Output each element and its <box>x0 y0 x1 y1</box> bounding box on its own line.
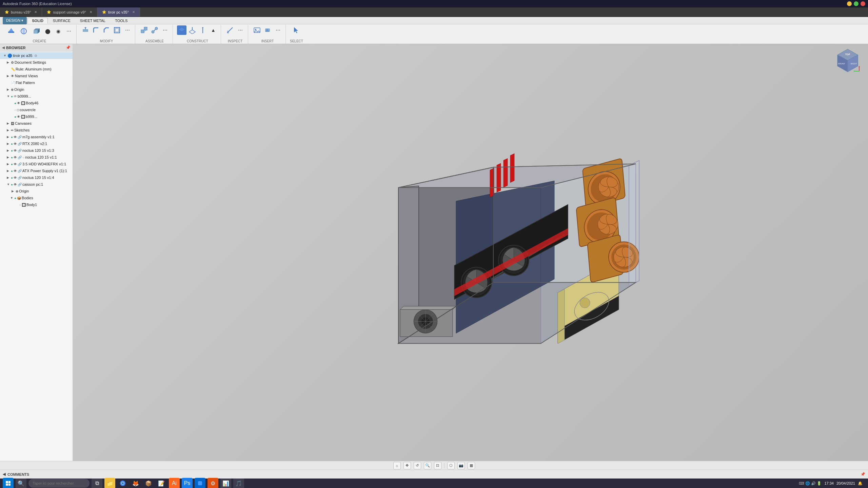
tree-item-rtx2080[interactable]: ▶ ● 👁 🔗 RTX 2080 v2:1 <box>0 140 73 147</box>
browser-panel: ◀ BROWSER 📌 ▼ 🔵 tiroir pc a35 ⚙ ▶ ⚙ Docu… <box>0 44 73 461</box>
taskbar-firefox-icon[interactable]: 🦊 <box>130 478 141 488</box>
nav-zoom-in-icon[interactable]: 🔍 <box>424 462 431 469</box>
search-input[interactable] <box>28 479 90 488</box>
modify-press-pull-icon[interactable] <box>81 25 90 35</box>
tab-bureau[interactable]: ⭐ bureau v28° ✕ <box>0 7 42 17</box>
toolbar-tab-solid[interactable]: SOLID <box>27 18 48 24</box>
nav-rotate-icon[interactable]: ↺ <box>414 462 421 469</box>
taskbar-fusion-icon[interactable]: ⚙ <box>208 478 218 488</box>
status-bar: 🔍 ⧉ 📁 🦊 📦 📝 Ai Ps ⚙ 📊 🎵 ⌨ 🌐 🔊 🔋 17:34 20… <box>0 479 868 488</box>
modify-fillet-icon[interactable] <box>91 25 101 35</box>
viewport[interactable]: TOP FRONT RIGHT <box>73 44 868 461</box>
maximize-button[interactable] <box>854 1 859 6</box>
tree-item-noctua1[interactable]: ▶ ● 👁 🔗 noctua 120 15 v1:3 <box>0 147 73 154</box>
nav-view-cube-icon[interactable]: ⬡ <box>447 462 455 469</box>
browser-pin-icon[interactable]: 📌 <box>66 45 71 50</box>
tree-item-couvercle[interactable]: ○ □ couvercle <box>0 106 73 113</box>
construct-axis-icon[interactable] <box>198 25 208 35</box>
app-title: Autodesk Fusion 360 (Education License) <box>3 2 72 6</box>
svg-text:TOP: TOP <box>845 53 850 56</box>
taskbar-notepad-icon[interactable]: 📝 <box>156 478 167 488</box>
construct-point-icon[interactable]: ▲ <box>209 25 218 35</box>
minimize-button[interactable] <box>847 1 852 6</box>
tree-item-bodies[interactable]: ▼ ● 📦 Bodies <box>0 195 73 201</box>
taskbar-ai-icon[interactable]: Ai <box>169 478 180 488</box>
svg-rect-12 <box>141 30 144 33</box>
taskbar-chrome-icon[interactable] <box>117 478 128 488</box>
create-extrude-icon[interactable] <box>5 25 17 37</box>
tree-item-b999[interactable]: ● 👁 🔲 b999... <box>0 113 73 120</box>
taskbar-search-icon[interactable]: 🔍 <box>16 478 26 488</box>
create-revolve-icon[interactable] <box>18 25 29 37</box>
svg-rect-11 <box>115 28 119 32</box>
tree-item-caisson-origin[interactable]: ▶ ⊕ Origin <box>0 188 73 195</box>
tab-support[interactable]: ⭐ support usinage v9° ✕ <box>42 7 97 17</box>
create-box-icon[interactable] <box>31 25 42 37</box>
insert-label: INSERT <box>261 39 274 43</box>
tree-item-root[interactable]: ▼ 🔵 tiroir pc a35 ⚙ <box>0 52 73 59</box>
taskbar-ps-icon[interactable]: Ps <box>182 478 193 488</box>
nav-home-icon[interactable]: ⌂ <box>393 462 401 469</box>
taskbar-file-explorer-icon[interactable]: 📁 <box>104 478 115 488</box>
toolbar-group-modify: ⋯ MODIFY <box>78 25 135 44</box>
taskbar-winrar-icon[interactable]: 📦 <box>143 478 154 488</box>
view-cube[interactable]: TOP FRONT RIGHT <box>834 47 861 75</box>
tree-item-body1[interactable]: ○ 🔲 Body1 <box>0 201 73 208</box>
insert-decal-icon[interactable] <box>263 25 272 35</box>
tree-item-psu[interactable]: ▶ ● 👁 🔗 ATX Power Supply v1 (1):1 <box>0 167 73 174</box>
close-button[interactable] <box>861 1 865 6</box>
construct-offset-plane-icon[interactable] <box>177 25 186 35</box>
assemble-more-icon[interactable]: ⋯ <box>160 25 170 35</box>
tree-item-noctua2[interactable]: ▶ ● 👁 🔗 ○ noctua 120 15 v1:1 <box>0 154 73 161</box>
tree-item-noctua3[interactable]: ▶ ● 👁 🔗 noctua 120 15 v1:4 <box>0 174 73 181</box>
select-icon[interactable] <box>292 25 301 35</box>
tree-item-body46[interactable]: ● 👁 🔲 Body46 <box>0 100 73 106</box>
taskbar-app5-icon[interactable] <box>195 478 205 488</box>
nav-display-icon[interactable]: ▦ <box>468 462 475 469</box>
tree-item-m7g[interactable]: ▶ ● 👁 🔗 m7g assembly v1:1 <box>0 134 73 140</box>
toolbar-tab-sheetmetal[interactable]: SHEET METAL <box>76 18 110 24</box>
inspect-more-icon[interactable]: ⋯ <box>236 25 245 35</box>
tree-item-rule[interactable]: 📏 Rule: Aluminum (mm) <box>0 66 73 73</box>
assemble-new-component-icon[interactable] <box>139 25 149 35</box>
tree-item-caisson[interactable]: ▼ ● 👁 🔗 caisson pc:1 <box>0 181 73 188</box>
tree-item-origin[interactable]: ▶ ⊕ Origin <box>0 86 73 93</box>
tab-tiroir[interactable]: ⭐ tiroir pc v35° ✕ <box>97 7 140 17</box>
comments-expand-icon[interactable]: ◀ <box>3 472 5 476</box>
construct-label: CONSTRUCT <box>187 39 208 43</box>
assemble-joint-icon[interactable] <box>150 25 159 35</box>
inspect-measure-icon[interactable] <box>225 25 235 35</box>
create-sphere-icon[interactable]: ◉ <box>54 26 63 36</box>
tree-item-canvases[interactable]: ▶ 🖼 Canvases <box>0 120 73 127</box>
tree-item-sketches[interactable]: ▶ ✏ Sketches <box>0 127 73 134</box>
tree-item-b0999[interactable]: ▼ ● 👁 b0999... <box>0 93 73 100</box>
toolbar-tab-surface[interactable]: SURFACE <box>48 18 75 24</box>
insert-more-icon[interactable]: ⋯ <box>273 25 283 35</box>
taskbar-app7-icon[interactable]: 📊 <box>220 478 231 488</box>
nav-pan-icon[interactable]: ✥ <box>403 462 411 469</box>
tree-item-flat-pattern[interactable]: 📄 Flat Pattern <box>0 79 73 86</box>
construct-plane-icon[interactable] <box>188 25 197 35</box>
tree-item-doc-settings[interactable]: ▶ ⚙ Document Settings <box>0 59 73 66</box>
nav-fit-icon[interactable]: ⊡ <box>434 462 441 469</box>
taskbar-taskview-icon[interactable]: ⧉ <box>92 478 102 488</box>
tree-item-named-views[interactable]: ▶ 👁 Named Views <box>0 73 73 79</box>
svg-line-24 <box>227 27 233 33</box>
toolbar-group-select: SELECT <box>287 25 306 44</box>
nav-camera-icon[interactable]: 📷 <box>457 462 465 469</box>
taskbar-start-icon[interactable] <box>3 478 14 488</box>
browser-expand-icon[interactable]: ◀ <box>2 46 5 49</box>
create-cylinder-icon[interactable]: ⬤ <box>43 26 53 36</box>
modify-chamfer-icon[interactable] <box>102 25 111 35</box>
comments-pin-icon[interactable]: 📌 <box>861 472 865 476</box>
create-more-icon[interactable]: ⋯ <box>64 26 74 36</box>
notifications-icon[interactable]: 🔔 <box>858 481 863 486</box>
design-dropdown[interactable]: DESIGN ▾ <box>3 17 27 24</box>
tree-item-hdd[interactable]: ▶ ● 👁 🔗 3.5 HDD WD40EFRX v1:1 <box>0 161 73 167</box>
svg-rect-13 <box>144 27 147 30</box>
insert-image-icon[interactable] <box>252 25 262 35</box>
modify-more-icon[interactable]: ⋯ <box>123 25 132 35</box>
modify-shell-icon[interactable] <box>112 25 122 35</box>
toolbar-tab-tools[interactable]: TOOLS <box>111 18 132 24</box>
taskbar-app8-icon[interactable]: 🎵 <box>233 478 244 488</box>
